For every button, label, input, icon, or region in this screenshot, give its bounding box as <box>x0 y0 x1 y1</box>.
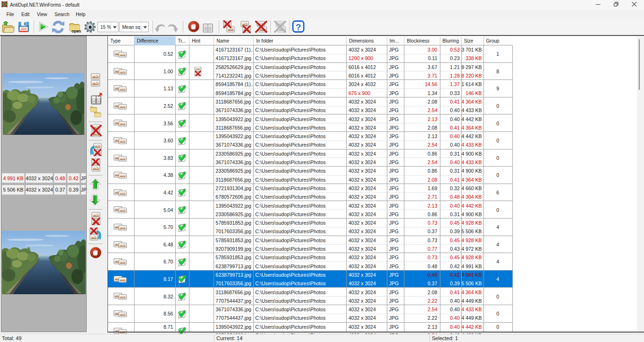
svg-text:?: ? <box>295 22 301 32</box>
svg-text:open: open <box>72 29 81 34</box>
